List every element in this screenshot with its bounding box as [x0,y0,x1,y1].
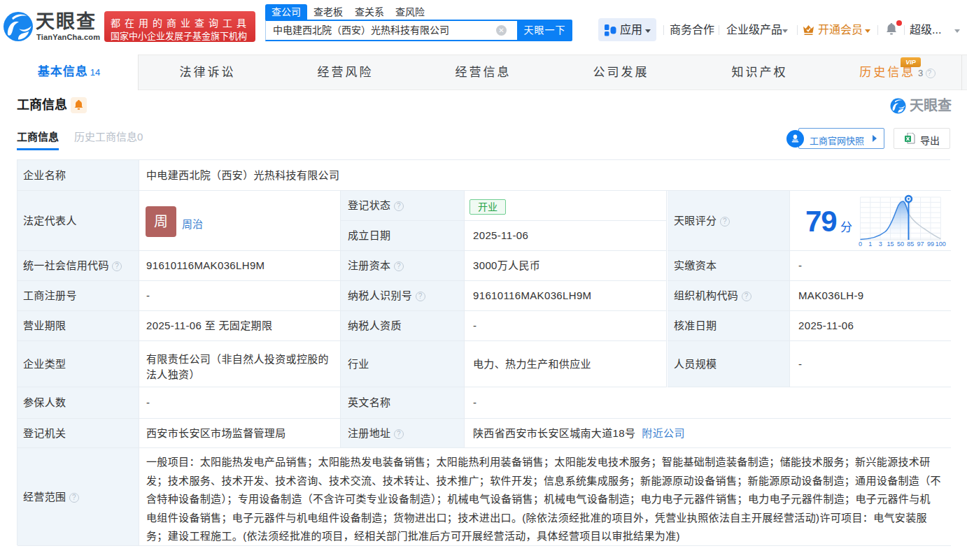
svg-text:50: 50 [897,240,904,247]
svg-text:99: 99 [927,240,934,247]
svg-text:100: 100 [936,240,946,247]
svg-text:15: 15 [887,240,894,247]
svg-text:分: 分 [840,221,852,234]
svg-text:3: 3 [879,240,882,247]
svg-text:1: 1 [868,240,872,247]
svg-text:79: 79 [805,205,837,238]
svg-text:0: 0 [859,240,862,247]
svg-text:97: 97 [917,240,924,247]
svg-text:85: 85 [907,240,914,247]
